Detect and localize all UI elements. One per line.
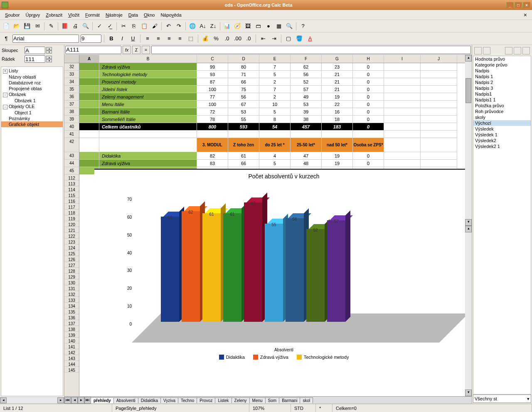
cell[interactable]	[79, 78, 99, 86]
row-header[interactable]: 123	[64, 239, 79, 244]
datasources-icon[interactable]: 🗃	[254, 22, 263, 31]
help-icon[interactable]: ?	[298, 22, 308, 31]
menu-upravy[interactable]: Úpravy	[23, 12, 42, 18]
cell[interactable]	[421, 131, 457, 138]
navigator-tree[interactable]: +ListyNázvy oblastíDatabázové rozPropoje…	[1, 67, 63, 396]
cell[interactable]	[421, 138, 457, 152]
cell[interactable]	[384, 101, 421, 108]
tree-item[interactable]: Databázové roz	[1, 80, 63, 86]
sheet-tab[interactable]: Zeleny	[232, 397, 250, 403]
cell[interactable]	[384, 123, 421, 131]
cell[interactable]	[79, 101, 99, 108]
status-std[interactable]: STD	[291, 404, 316, 412]
cell[interactable]: 80	[228, 63, 259, 71]
style-item[interactable]: Nadpis1	[473, 91, 531, 97]
cell[interactable]	[322, 131, 353, 138]
row-header[interactable]: 33	[64, 71, 79, 78]
col-header[interactable]: A	[79, 55, 99, 63]
row-header[interactable]: 124	[64, 244, 79, 250]
row-header[interactable]: 112	[64, 175, 79, 180]
cell[interactable]	[421, 78, 457, 86]
row-header[interactable]: 120	[64, 221, 79, 227]
cell[interactable]: 100	[197, 101, 228, 108]
row-header[interactable]: 127	[64, 262, 79, 268]
cell[interactable]	[384, 131, 421, 138]
style-item[interactable]: Kategorie průvo	[473, 62, 531, 68]
tab-prev-icon[interactable]: ◂	[71, 397, 78, 404]
row-header[interactable]: 139	[64, 332, 79, 338]
close-doc-button[interactable]: ×	[521, 12, 530, 18]
del-decimal-icon[interactable]: .0	[244, 34, 253, 43]
cell[interactable]: 21	[322, 71, 353, 78]
tab-first-icon[interactable]: ⏮	[64, 397, 71, 404]
row-header[interactable]: 116	[64, 198, 79, 204]
cell[interactable]: Zdravá výživa	[99, 160, 197, 167]
cell[interactable]	[384, 93, 421, 101]
cell[interactable]	[79, 116, 99, 123]
style-item[interactable]: Roh průvodce	[473, 109, 531, 114]
menu-napoveda[interactable]: Nápověda	[158, 12, 184, 18]
style-item[interactable]: Nadpis	[473, 68, 531, 74]
row-header[interactable]: 137	[64, 320, 79, 326]
tree-item[interactable]: +Listy	[1, 68, 63, 74]
sheet-tab[interactable]: Didaktika	[138, 397, 161, 403]
cell[interactable]: 2	[259, 78, 291, 86]
cell[interactable]: 47	[291, 152, 322, 160]
cell[interactable]: 7	[259, 63, 291, 71]
save-icon[interactable]: 💾	[22, 22, 32, 31]
brush-icon[interactable]: 🖌	[150, 22, 159, 31]
cell[interactable]: 21	[322, 86, 353, 93]
cell[interactable]: Didaktika	[99, 152, 197, 160]
cell[interactable]: 22	[322, 101, 353, 108]
tree-item[interactable]: -Obrázek	[1, 91, 63, 98]
column-input[interactable]	[25, 47, 45, 54]
style-filter-combo[interactable]: Všechny st▾	[473, 395, 531, 403]
cell[interactable]: 457	[291, 123, 322, 131]
sheet-tab[interactable]: Provoz	[197, 397, 215, 403]
pdf-icon[interactable]: 📕	[60, 22, 69, 31]
sheet-tab[interactable]: Listek	[215, 397, 232, 403]
cell-styles-icon[interactable]	[474, 47, 482, 54]
cell-reference-input[interactable]	[65, 46, 121, 54]
email-icon[interactable]: ✉	[33, 22, 42, 31]
align-left-icon[interactable]: ≡	[143, 34, 152, 43]
gallery-icon[interactable]: 🖼	[243, 22, 252, 31]
row-header[interactable]: 125	[64, 250, 79, 256]
cell[interactable]: 21	[322, 78, 353, 86]
cell[interactable]: 77	[197, 93, 228, 101]
cell[interactable]: 19	[322, 152, 353, 160]
grid-icon[interactable]: ▦	[274, 22, 283, 31]
row-header[interactable]: 136	[64, 314, 79, 320]
row-header[interactable]: 117	[64, 204, 79, 210]
cell[interactable]	[79, 108, 99, 116]
cell[interactable]: Zelený management	[99, 93, 197, 101]
cell[interactable]	[384, 152, 421, 160]
cell[interactable]: 55	[228, 116, 259, 123]
cell[interactable]	[384, 116, 421, 123]
formula-input[interactable]	[151, 46, 471, 54]
spreadsheet-grid[interactable]: ABCDEFGHIJ Zdravá výživa9980762230Techno…	[79, 55, 465, 396]
row-header[interactable]: 132	[64, 291, 79, 297]
new-style-icon[interactable]	[514, 47, 521, 54]
autospell-icon[interactable]: ✓̲	[105, 22, 114, 31]
row-input[interactable]	[25, 55, 45, 63]
row-header[interactable]: 35	[64, 86, 79, 93]
cell[interactable]: 0	[353, 116, 384, 123]
sort-asc-icon[interactable]: A↓	[198, 22, 207, 31]
cell[interactable]	[79, 131, 99, 138]
page-styles-icon[interactable]	[483, 47, 490, 54]
style-item[interactable]: Nadpis 3	[473, 85, 531, 91]
cell[interactable]	[421, 152, 457, 160]
cell[interactable]	[79, 123, 99, 131]
row-header[interactable]: 32	[64, 63, 79, 71]
col-header[interactable]: C	[197, 55, 228, 63]
equals-icon[interactable]: =	[142, 46, 150, 54]
row-header[interactable]: 140	[64, 338, 79, 343]
cut-icon[interactable]: ✂	[119, 22, 128, 31]
edit-icon[interactable]: ✎	[47, 22, 56, 31]
row-header[interactable]: 44	[64, 160, 79, 167]
cell[interactable]: 0	[353, 63, 384, 71]
cell[interactable]: 71	[228, 71, 259, 78]
row-header[interactable]: 134	[64, 303, 79, 308]
cell[interactable]: 3. MODUL	[197, 138, 228, 152]
